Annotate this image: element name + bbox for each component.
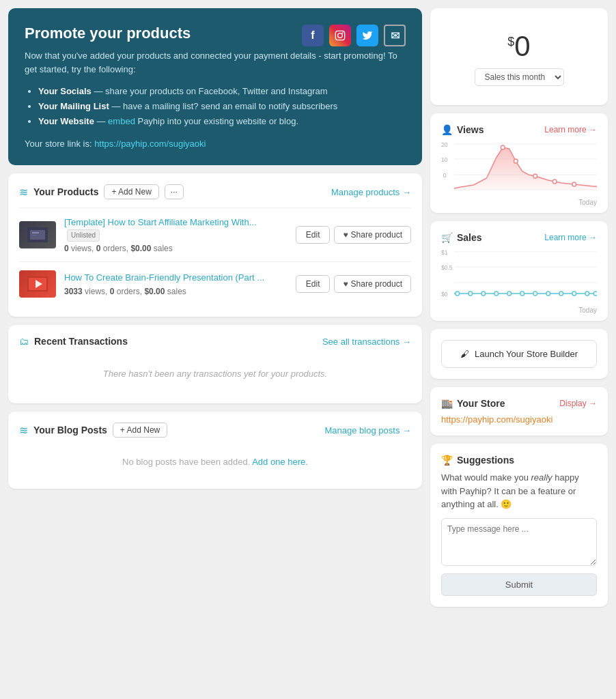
product-info-1: [Template] How to Start Affiliate Market… [64, 216, 288, 253]
svg-point-30 [494, 291, 499, 296]
svg-point-36 [572, 291, 576, 296]
svg-point-27 [456, 291, 460, 296]
suggestions-text: What would make you really happy with Pa… [441, 471, 597, 511]
store-url-display[interactable]: https://payhip.com/sugiyaoki [441, 414, 552, 425]
promote-bullets: Your Socials — share your products on Fa… [25, 84, 406, 129]
product-badge-1: Unlisted [67, 229, 100, 242]
views-chart-svg: 20 10 0 [441, 141, 597, 195]
store-display-link[interactable]: Display → [559, 399, 597, 408]
svg-point-16 [533, 174, 537, 178]
blog-title: Your Blog Posts [33, 425, 107, 436]
product-edit-button-1[interactable]: Edit [296, 226, 331, 244]
views-chart-header: 👤 Views Learn more → [441, 124, 597, 135]
product-info-2: How To Create Brain-Friendly Presentatio… [64, 272, 288, 296]
product-share-button-1[interactable]: ♥ Share product [334, 226, 411, 244]
your-store-title: 🏬 Your Store [441, 398, 505, 409]
sales-chart-card: 🛒 Sales Learn more → [430, 221, 608, 321]
store-url-link[interactable]: https://payhip.com/sugiyaoki [94, 139, 206, 149]
svg-text:0: 0 [443, 172, 447, 179]
email-icon[interactable]: ✉ [384, 25, 406, 46]
suggestions-textarea[interactable] [441, 518, 597, 566]
currency-symbol: $ [507, 35, 514, 48]
manage-products-link[interactable]: Manage products → [331, 187, 411, 197]
embed-link[interactable]: embed [108, 116, 135, 126]
svg-point-28 [468, 291, 473, 296]
blog-header-left: ≋ Your Blog Posts + Add New [19, 423, 167, 438]
product-actions-1: Edit ♥ Share product [296, 226, 411, 244]
promote-title: Promote your products [25, 25, 191, 42]
svg-point-29 [481, 291, 486, 296]
svg-text:$0: $0 [441, 291, 448, 298]
see-all-transactions-link[interactable]: See all transactions → [322, 337, 411, 347]
paintbrush-icon: 🖌 [460, 349, 469, 359]
sales-number: 0 [514, 30, 530, 62]
bullet-mailing: Your Mailing List — have a mailing list?… [38, 99, 406, 114]
transactions-icon: 🗂 [19, 336, 29, 347]
sales-chart-title: 🛒 Sales [441, 232, 482, 243]
svg-text:$0.5: $0.5 [441, 264, 453, 271]
blog-add-button[interactable]: + Add New [113, 423, 167, 438]
product-item-2: How To Create Brain-Friendly Presentatio… [19, 261, 411, 306]
sales-chart-x-label: Today [441, 306, 597, 314]
product-name-1[interactable]: [Template] How to Start Affiliate Market… [64, 217, 257, 240]
sales-learn-more[interactable]: Learn more → [544, 233, 597, 242]
product-share-button-2[interactable]: ♥ Share product [334, 275, 411, 293]
product-edit-button-2[interactable]: Edit [296, 275, 331, 293]
svg-point-14 [501, 145, 505, 149]
svg-point-15 [514, 159, 518, 163]
twitter-icon[interactable] [356, 25, 378, 46]
svg-point-34 [546, 291, 550, 296]
svg-point-31 [507, 291, 512, 296]
sales-amount-card: $0 Sales this month Sales this week Sale… [430, 8, 608, 105]
sales-cart-icon: 🛒 [441, 232, 453, 243]
svg-point-18 [572, 182, 576, 186]
svg-point-17 [552, 180, 557, 184]
products-add-button[interactable]: + Add New [104, 184, 158, 199]
promote-description: Now that you've added your products and … [25, 49, 406, 76]
suggestions-title: 🏆 Suggestions [441, 455, 597, 466]
svg-rect-0 [335, 31, 344, 40]
store-link-text: Your store link is: https://payhip.com/s… [25, 139, 406, 149]
sales-amount-display: $0 [441, 19, 597, 68]
products-more-button[interactable]: ··· [165, 184, 184, 199]
recent-transactions-card: 🗂 Recent Transactions See all transactio… [8, 325, 422, 403]
manage-blog-link[interactable]: Manage blog posts → [325, 425, 411, 436]
product-name-2[interactable]: How To Create Brain-Friendly Presentatio… [64, 272, 264, 283]
svg-rect-6 [32, 235, 36, 236]
trophy-icon: 🏆 [441, 455, 453, 466]
heart-icon-1: ♥ [343, 230, 348, 240]
store-builder-button[interactable]: 🖌 Launch Your Store Builder [441, 340, 597, 368]
product-stats-1: 0 views, 0 orders, $0.00 sales [64, 244, 288, 253]
instagram-icon[interactable] [329, 25, 351, 46]
suggestions-card: 🏆 Suggestions What would make you really… [430, 444, 608, 607]
transactions-header-left: 🗂 Recent Transactions [19, 336, 128, 347]
sales-chart-header: 🛒 Sales Learn more → [441, 232, 597, 243]
store-builder-card: 🖌 Launch Your Store Builder [430, 329, 608, 379]
store-building-icon: 🏬 [441, 398, 453, 409]
transactions-header: 🗂 Recent Transactions See all transactio… [19, 336, 411, 347]
svg-text:10: 10 [441, 156, 448, 163]
store-builder-label: Launch Your Store Builder [475, 349, 578, 359]
svg-point-2 [342, 32, 344, 33]
social-icons-group: f ✉ [302, 25, 406, 46]
svg-point-38 [593, 291, 597, 296]
blog-divider-icon: ≋ [19, 424, 28, 437]
views-learn-more[interactable]: Learn more → [544, 125, 597, 134]
products-header-left: ≋ Your Products + Add New ··· [19, 184, 184, 199]
your-store-card: 🏬 Your Store Display → https://payhip.co… [430, 387, 608, 436]
sales-period-select[interactable]: Sales this month Sales this week Sales t… [475, 68, 564, 86]
your-products-card: ≋ Your Products + Add New ··· Manage pro… [8, 173, 422, 317]
svg-point-35 [559, 291, 563, 296]
bullet-website: Your Website — embed Payhip into your ex… [38, 114, 406, 129]
svg-point-37 [585, 291, 589, 296]
blog-posts-card: ≋ Your Blog Posts + Add New Manage blog … [8, 412, 422, 489]
blog-add-link[interactable]: Add one here. [252, 457, 308, 467]
your-store-header: 🏬 Your Store Display → [441, 398, 597, 409]
svg-text:20: 20 [441, 141, 448, 148]
facebook-icon[interactable]: f [302, 25, 324, 46]
svg-point-32 [520, 291, 524, 296]
svg-point-1 [338, 33, 343, 38]
suggestions-submit-button[interactable]: Submit [441, 573, 597, 596]
views-chart-card: 👤 Views Learn more → [430, 113, 608, 213]
products-section-header: ≋ Your Products + Add New ··· Manage pro… [19, 184, 411, 199]
